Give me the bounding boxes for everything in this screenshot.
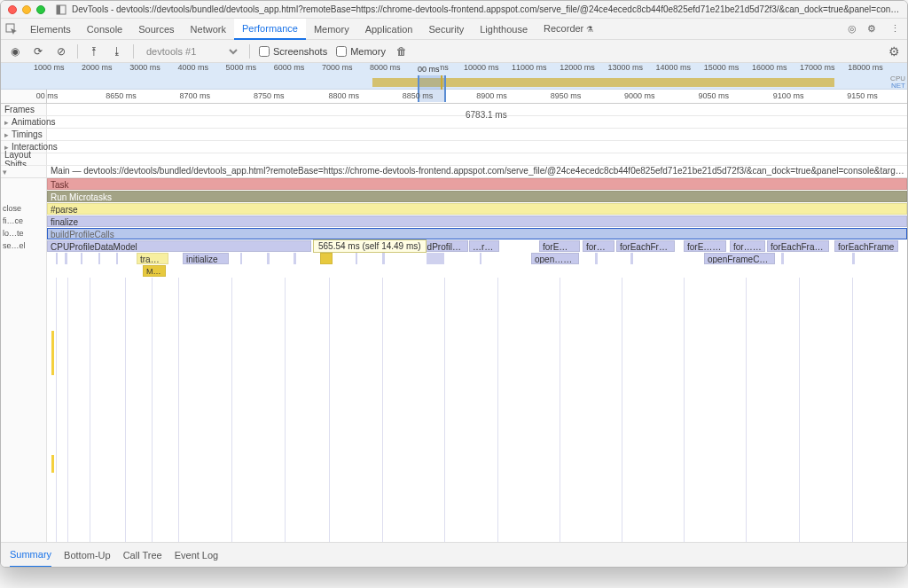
- overview-tick: 7000 ms: [322, 63, 353, 72]
- zoom-window-button[interactable]: [36, 5, 45, 14]
- save-profile-icon[interactable]: ⭳: [110, 45, 124, 58]
- memory-toggle[interactable]: Memory: [336, 46, 386, 57]
- flame-foreachframe[interactable]: for…me: [583, 240, 614, 252]
- reload-record-button[interactable]: ⟳: [31, 45, 45, 58]
- clear-button[interactable]: ⊘: [54, 45, 68, 58]
- flame-foreachframe[interactable]: forE…rame: [684, 240, 726, 252]
- flame-openframecallback[interactable]: openFrameCallback: [704, 253, 775, 264]
- tab-lighthouse[interactable]: Lighthouse: [472, 19, 536, 40]
- window-title: DevTools - devtools://devtools/bundled/d…: [72, 4, 900, 14]
- tab-elements[interactable]: Elements: [22, 19, 79, 40]
- tab-performance[interactable]: Performance: [234, 19, 306, 40]
- performance-toolbar: ◉ ⟳ ⊘ ⭱ ⭳ devtools #1 Screenshots Memory…: [1, 40, 907, 63]
- ruler-tick: 8900 ms: [476, 91, 507, 100]
- overview-tick: 1000 ms: [34, 63, 65, 72]
- flame-foreachframe[interactable]: forEachFrame: [834, 240, 898, 252]
- flame-cpuprofiledatamodel[interactable]: CPUProfileDataModel: [47, 240, 311, 252]
- overview-tick: 11000 ms: [512, 63, 547, 72]
- flame-mc[interactable]: M…C: [143, 265, 166, 277]
- tab-memory[interactable]: Memory: [306, 19, 357, 40]
- close-window-button[interactable]: [8, 5, 17, 14]
- flame-finalize[interactable]: finalize: [47, 216, 907, 227]
- frame-marker: 6783.1 ms: [466, 110, 507, 120]
- ruler-tick: 8700 ms: [180, 91, 211, 100]
- profile-select[interactable]: devtools #1: [143, 45, 240, 58]
- flame-foreachframe[interactable]: for…ame: [730, 240, 765, 252]
- panel-tabs: Elements Console Sources Network Perform…: [1, 19, 907, 40]
- issues-icon[interactable]: ◎: [841, 23, 860, 35]
- overview-tick: 14000 ms: [656, 63, 692, 72]
- flame-buildprofilecalls[interactable]: buildProfileCalls: [410, 240, 468, 252]
- section-main[interactable]: Main — devtools://devtools/bundled/devto…: [1, 166, 907, 178]
- overview-tick: 4000 ms: [177, 63, 208, 72]
- overview-tick: 18000 ms: [848, 63, 883, 72]
- window-controls: [8, 5, 45, 14]
- tab-security[interactable]: Security: [420, 19, 472, 40]
- flame-initialize[interactable]: initialize: [183, 253, 229, 264]
- overview-tick: 5000 ms: [226, 63, 257, 72]
- flame-chunk[interactable]: [320, 253, 333, 264]
- section-layout-shifts[interactable]: Layout Shifts: [1, 153, 907, 166]
- btab-eventlog[interactable]: Event Log: [175, 544, 219, 567]
- overview-tick: 15000 ms: [704, 63, 740, 72]
- flame-openframecallback[interactable]: open…back: [531, 253, 579, 264]
- ruler-tick: 9100 ms: [773, 91, 804, 100]
- overview-tick: 13000 ms: [607, 63, 643, 72]
- kebab-menu-icon[interactable]: ⋮: [883, 23, 907, 35]
- ruler-tick: 8950 ms: [551, 91, 582, 100]
- tab-sources[interactable]: Sources: [130, 19, 182, 40]
- flame-gutter-label: se…el: [3, 241, 45, 250]
- ruler-tick: 8850 ms: [403, 91, 434, 100]
- load-profile-icon[interactable]: ⭱: [87, 45, 101, 58]
- overview-timeline[interactable]: 1000 ms 2000 ms 3000 ms 4000 ms 5000 ms …: [1, 63, 907, 90]
- tab-network[interactable]: Network: [183, 19, 234, 40]
- tab-console[interactable]: Console: [79, 19, 130, 40]
- ruler-tick: 9000 ms: [624, 91, 655, 100]
- garbage-collect-icon[interactable]: 🗑: [395, 45, 409, 58]
- flamechart[interactable]: Task Run Microtasks close #parse fi…ce f…: [1, 178, 907, 542]
- svg-rect-1: [57, 5, 60, 14]
- btab-calltree[interactable]: Call Tree: [123, 544, 162, 567]
- flame-foreachframe[interactable]: forE…ame: [539, 240, 580, 252]
- inspect-icon[interactable]: [1, 23, 22, 35]
- tab-application[interactable]: Application: [357, 19, 421, 40]
- settings-icon[interactable]: ⚙: [860, 23, 883, 35]
- screenshots-toggle[interactable]: Screenshots: [259, 46, 327, 57]
- flame-deep-stacks: [1, 278, 907, 542]
- overview-tick: 3000 ms: [129, 63, 160, 72]
- overview-sel-label: 00 ms: [418, 65, 440, 74]
- section-interactions[interactable]: Interactions: [1, 141, 907, 153]
- minimize-window-button[interactable]: [22, 5, 31, 14]
- overview-tick: 8000 ms: [370, 63, 401, 72]
- details-tabs: Summary Bottom-Up Call Tree Event Log: [1, 542, 907, 567]
- flame-microtasks[interactable]: Run Microtasks: [47, 191, 907, 202]
- overview-tick: 16000 ms: [752, 63, 787, 72]
- ruler-tick: 8650 ms: [106, 91, 137, 100]
- flame-gutter-label: close: [3, 204, 45, 213]
- flame-buildprofilecalls-selected[interactable]: buildProfileCalls: [47, 228, 907, 239]
- overview-tick: 12000 ms: [560, 63, 595, 72]
- section-animations[interactable]: Animations: [1, 116, 907, 129]
- flame-ruler[interactable]: 00 ms 8650 ms 8700 ms 8750 ms 8800 ms 88…: [1, 90, 907, 104]
- section-timings[interactable]: Timings: [1, 129, 907, 141]
- record-button[interactable]: ◉: [8, 45, 22, 58]
- tab-recorder[interactable]: Recorder ⚗: [536, 18, 601, 40]
- flame-foreachframe[interactable]: forEachFrame: [616, 240, 675, 252]
- flame-task[interactable]: Task: [47, 178, 907, 190]
- overview-tick: 6000 ms: [274, 63, 305, 72]
- capture-settings-icon[interactable]: ⚙: [888, 44, 900, 59]
- ruler-tick: 8800 ms: [328, 91, 359, 100]
- flame-parse[interactable]: #parse: [47, 203, 907, 215]
- ruler-tick: 8750 ms: [254, 91, 285, 100]
- overview-tick: 17000 ms: [800, 63, 835, 72]
- section-frames[interactable]: Frames 6783.1 ms: [1, 104, 907, 116]
- ruler-tick: 9050 ms: [698, 91, 729, 100]
- btab-summary[interactable]: Summary: [10, 543, 51, 568]
- overview-tick: 10000 ms: [464, 63, 499, 72]
- flame-traverse[interactable]: tra…ee: [137, 253, 168, 264]
- flame-gutter-label: lo…te: [3, 229, 45, 238]
- devtools-glyph-icon: [56, 4, 67, 15]
- flame-frame[interactable]: …rame: [469, 240, 499, 252]
- flame-foreachframe[interactable]: forEachFrame: [767, 240, 829, 252]
- btab-bottomup[interactable]: Bottom-Up: [64, 544, 111, 567]
